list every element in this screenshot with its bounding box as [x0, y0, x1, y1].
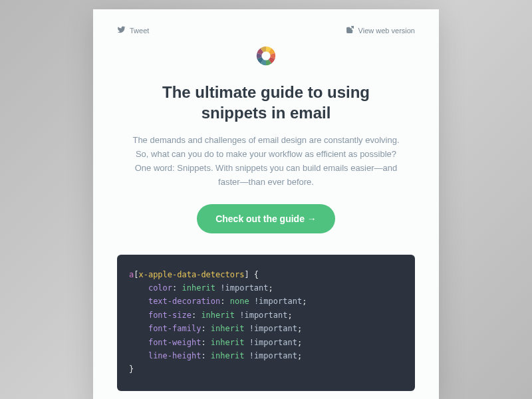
tweet-label: Tweet: [130, 27, 149, 35]
code-val: inherit: [211, 338, 245, 347]
code-important: !important: [220, 283, 268, 293]
code-prop: font-size: [148, 311, 192, 320]
code-val: inherit: [201, 311, 235, 320]
email-card: Tweet View web version: [93, 9, 439, 399]
view-web-label: View web version: [358, 27, 415, 35]
lede-paragraph: The demands and challenges of email desi…: [117, 134, 415, 189]
color-wheel-icon: [255, 45, 277, 67]
cta-button[interactable]: Check out the guide →: [197, 204, 335, 233]
code-val: inherit: [211, 351, 245, 360]
code-val: inherit: [211, 324, 245, 333]
code-val: inherit: [182, 283, 215, 293]
external-link-icon: [346, 25, 354, 35]
code-important: !important: [249, 338, 297, 347]
code-val: none: [230, 297, 249, 306]
code-prop: text-decoration: [148, 297, 220, 306]
code-important: !important: [249, 324, 297, 333]
logo-wrap: [117, 45, 415, 70]
code-selector-attr: x-apple-data-detectors: [138, 270, 244, 279]
twitter-icon: [117, 25, 126, 35]
cta-wrap: Check out the guide →: [117, 204, 415, 233]
code-prop: font-weight: [148, 338, 201, 347]
top-links: Tweet View web version: [117, 25, 415, 35]
code-important: !important: [249, 351, 297, 360]
tweet-link[interactable]: Tweet: [117, 25, 149, 35]
code-important: !important: [254, 297, 302, 306]
code-prop: color: [148, 283, 172, 293]
code-prop: font-family: [148, 324, 201, 333]
code-important: !important: [239, 311, 287, 320]
view-web-link[interactable]: View web version: [346, 25, 415, 35]
code-prop: line-height: [148, 351, 201, 360]
code-block: a[x-apple-data-detectors] { color: inher…: [117, 255, 415, 391]
page-title: The ultimate guide to using snippets in …: [117, 82, 415, 123]
